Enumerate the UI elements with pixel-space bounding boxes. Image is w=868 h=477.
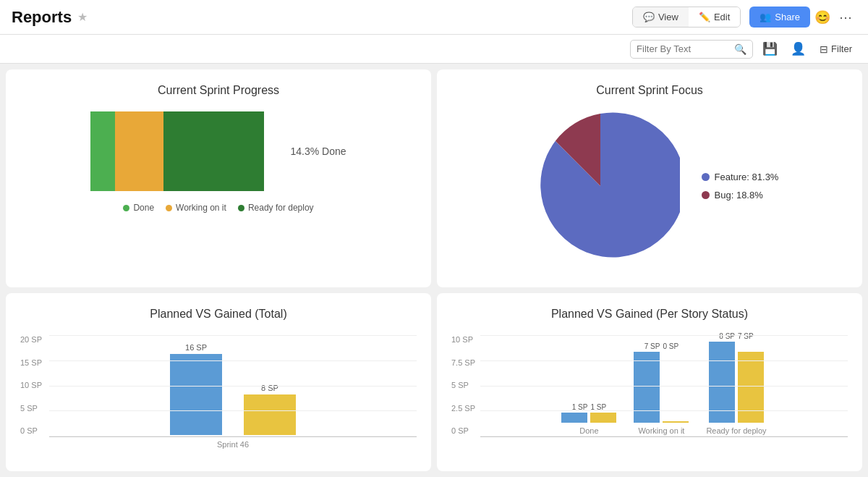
y-label-15: 15 SP	[20, 358, 42, 367]
working-bars	[634, 352, 689, 423]
legend-done-label: Done	[133, 203, 154, 213]
y-axis: 20 SP 15 SP 10 SP 5 SP 0 SP	[20, 335, 42, 436]
app-header: Reports ★ 💬 View ✏️ Edit 👥 Share 😊 ⋯	[0, 0, 868, 35]
done-planned-val: 1 SP	[572, 403, 588, 411]
sprint-progress-chart: 14.3% Done	[20, 111, 417, 191]
stacked-bar	[90, 111, 264, 191]
working-vals: 7 SP 0 SP	[644, 342, 678, 350]
planned-bar	[170, 354, 222, 435]
done-xlabel: Done	[579, 426, 598, 435]
legend-done-dot	[123, 205, 129, 211]
working-gained-val: 0 SP	[663, 342, 678, 350]
working-group: 7 SP 0 SP Working on it	[634, 342, 689, 435]
sprint-focus-card: Current Sprint Focus Feature: 81.3% Bug:…	[437, 69, 862, 287]
working-xlabel: Working on it	[638, 426, 684, 435]
deploy-gained-bar	[738, 352, 764, 423]
working-planned-bar	[634, 352, 660, 423]
planned-gained-chart: 20 SP 15 SP 10 SP 5 SP 0 SP 16 SP	[20, 329, 417, 449]
planned-gained-total-card: Planned VS Gained (Total) 20 SP 15 SP 10…	[6, 293, 431, 471]
emoji-button[interactable]: 😊	[810, 5, 835, 30]
filter-input-wrapper: 🔍	[630, 40, 753, 59]
y-label-10: 10 SP	[20, 381, 42, 389]
planned-gained-story-title: Planned VS Gained (Per Story Status)	[451, 308, 848, 321]
done-planned-bar	[561, 413, 587, 423]
sprint-focus-title: Current Sprint Focus	[451, 84, 848, 97]
done-percentage: 14.3% Done	[278, 145, 346, 157]
planned-gained-total-title: Planned VS Gained (Total)	[20, 308, 417, 321]
dashboard: Current Sprint Progress 14.3% Done Done …	[0, 64, 868, 477]
tab-edit[interactable]: ✏️ Edit	[689, 7, 740, 27]
deploy-bars	[709, 342, 764, 423]
working-segment	[115, 111, 163, 191]
y-label-5: 5 SP	[20, 404, 42, 413]
deploy-segment	[163, 111, 264, 191]
story-bars: 1 SP 1 SP Done 7 SP 0 SP	[480, 332, 848, 436]
tab-view[interactable]: 💬 View	[633, 7, 689, 27]
story-chart-inner: 10 SP 7.5 SP 5 SP 2.5 SP 0 SP	[451, 335, 848, 436]
y-label-0: 0 SP	[20, 426, 42, 435]
sprint-progress-title: Current Sprint Progress	[20, 84, 417, 97]
legend-deploy: Ready for deploy	[238, 203, 314, 213]
working-planned-val: 7 SP	[644, 342, 660, 350]
done-vals: 1 SP 1 SP	[572, 403, 606, 411]
feature-dot	[702, 173, 710, 181]
done-bars	[561, 413, 616, 423]
y-label-7-5: 7.5 SP	[451, 358, 475, 367]
bar-chart-inner: 20 SP 15 SP 10 SP 5 SP 0 SP 16 SP	[20, 335, 417, 436]
comment-icon: 💬	[643, 12, 655, 22]
bug-dot	[702, 191, 710, 199]
bug-legend-item: Bug: 18.8%	[702, 190, 779, 200]
x-axis-line	[49, 436, 417, 437]
sprint-progress-card: Current Sprint Progress 14.3% Done Done …	[6, 69, 431, 287]
favorite-icon[interactable]: ★	[77, 10, 88, 24]
sprint-legend: Done Working on it Ready for deploy	[20, 203, 417, 213]
save-icon-button[interactable]: 💾	[759, 39, 781, 59]
planned-gained-story-card: Planned VS Gained (Per Story Status) 10 …	[437, 293, 862, 471]
filter-icon: ⊟	[820, 43, 828, 55]
done-gained-bar	[590, 413, 616, 423]
legend-deploy-dot	[238, 205, 244, 211]
deploy-planned-bar	[709, 342, 735, 423]
pie-chart	[521, 106, 680, 266]
more-options-button[interactable]: ⋯	[835, 5, 856, 30]
story-x-axis-line	[480, 436, 848, 437]
legend-working: Working on it	[166, 203, 226, 213]
y-label-2-5: 2.5 SP	[451, 404, 475, 413]
view-edit-tabs: 💬 View ✏️ Edit	[632, 7, 741, 28]
filter-button[interactable]: ⊟ Filter	[815, 41, 856, 57]
search-icon: 🔍	[734, 43, 746, 55]
deploy-gained-val: 7 SP	[738, 332, 754, 340]
legend-deploy-label: Ready for deploy	[248, 203, 314, 213]
deploy-group: 8 SP 7 SP Ready for deploy	[706, 332, 766, 435]
edit-icon: ✏️	[699, 12, 710, 22]
done-group: 1 SP 1 SP Done	[561, 403, 616, 435]
done-gained-val: 1 SP	[590, 403, 606, 411]
more-icon: ⋯	[839, 10, 852, 25]
done-segment	[90, 111, 115, 191]
bars: 16 SP 8 SP	[49, 343, 417, 436]
y-label-0: 0 SP	[451, 426, 475, 435]
share-icon: 👥	[760, 12, 771, 22]
user-icon: 👤	[791, 42, 806, 56]
y-label-5: 5 SP	[451, 381, 475, 389]
story-y-axis: 10 SP 7.5 SP 5 SP 2.5 SP 0 SP	[451, 335, 475, 436]
legend-working-dot	[166, 205, 172, 211]
x-label-sprint46: Sprint 46	[217, 440, 249, 449]
y-label-10: 10 SP	[451, 335, 475, 344]
deploy-vals: 8 SP 7 SP	[719, 332, 753, 340]
page-title: Reports	[12, 8, 72, 27]
gained-value: 8 SP	[261, 384, 278, 392]
working-gained-bar	[663, 421, 689, 423]
user-icon-button[interactable]: 👤	[787, 39, 809, 59]
legend-done: Done	[123, 203, 154, 213]
story-chart: 10 SP 7.5 SP 5 SP 2.5 SP 0 SP	[451, 329, 848, 437]
pie-chart-container: Feature: 81.3% Bug: 18.8%	[451, 106, 848, 266]
deploy-xlabel: Ready for deploy	[706, 426, 766, 435]
save-icon: 💾	[762, 42, 778, 56]
pie-legend: Feature: 81.3% Bug: 18.8%	[702, 172, 779, 200]
planned-value: 16 SP	[185, 343, 207, 352]
share-button[interactable]: 👥 Share	[749, 7, 810, 28]
filter-text-input[interactable]	[637, 43, 731, 54]
bug-label: Bug: 18.8%	[715, 190, 763, 200]
feature-label: Feature: 81.3%	[715, 172, 779, 182]
